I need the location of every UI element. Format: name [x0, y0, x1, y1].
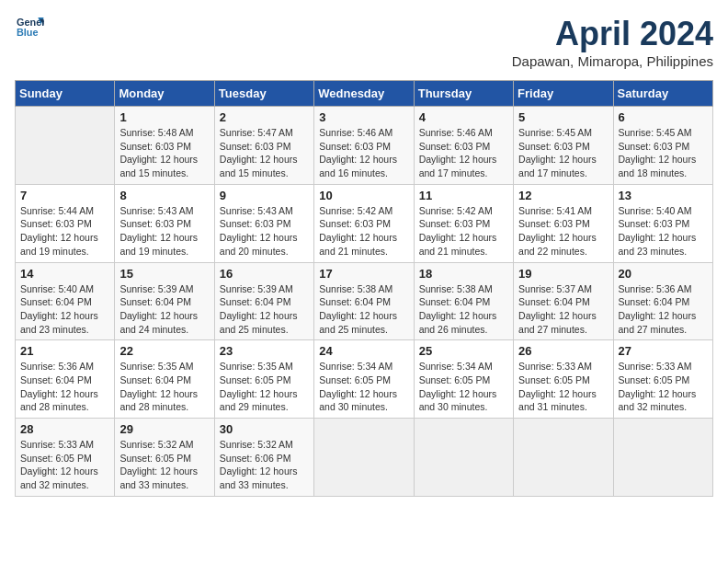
- day-info: Sunrise: 5:47 AM Sunset: 6:03 PM Dayligh…: [220, 126, 309, 180]
- day-info: Sunrise: 5:41 AM Sunset: 6:03 PM Dayligh…: [518, 204, 608, 259]
- day-number: 17: [319, 267, 408, 281]
- day-number: 24: [319, 344, 408, 358]
- day-number: 20: [619, 267, 708, 281]
- day-number: 3: [319, 110, 408, 124]
- svg-text:Blue: Blue: [17, 27, 39, 38]
- calendar-cell: 23Sunrise: 5:35 AM Sunset: 6:05 PM Dayli…: [214, 340, 313, 419]
- calendar-cell: 5Sunrise: 5:45 AM Sunset: 6:03 PM Daylig…: [514, 107, 613, 185]
- day-info: Sunrise: 5:36 AM Sunset: 6:04 PM Dayligh…: [20, 360, 109, 414]
- day-info: Sunrise: 5:43 AM Sunset: 6:03 PM Dayligh…: [119, 204, 209, 259]
- day-info: Sunrise: 5:45 AM Sunset: 6:03 PM Dayligh…: [518, 126, 608, 180]
- page-header: General Blue April 2024 Dapawan, Mimarop…: [15, 15, 713, 69]
- calendar-cell: 8Sunrise: 5:43 AM Sunset: 6:03 PM Daylig…: [115, 184, 214, 262]
- calendar-header-row: SundayMondayTuesdayWednesdayThursdayFrid…: [16, 81, 713, 107]
- calendar-cell: 24Sunrise: 5:34 AM Sunset: 6:05 PM Dayli…: [314, 340, 414, 419]
- day-info: Sunrise: 5:36 AM Sunset: 6:04 PM Dayligh…: [619, 282, 708, 337]
- day-number: 23: [220, 344, 309, 358]
- calendar-cell: 1Sunrise: 5:48 AM Sunset: 6:03 PM Daylig…: [115, 107, 214, 185]
- calendar-cell: 21Sunrise: 5:36 AM Sunset: 6:04 PM Dayli…: [16, 340, 115, 419]
- calendar-cell: [613, 419, 712, 497]
- calendar-cell: [314, 419, 414, 497]
- day-info: Sunrise: 5:32 AM Sunset: 6:06 PM Dayligh…: [220, 438, 309, 492]
- day-number: 15: [119, 267, 209, 281]
- day-number: 25: [419, 344, 508, 358]
- calendar-cell: 9Sunrise: 5:43 AM Sunset: 6:03 PM Daylig…: [214, 184, 313, 262]
- day-number: 10: [319, 189, 408, 202]
- logo-icon: General Blue: [15, 15, 44, 40]
- day-info: Sunrise: 5:38 AM Sunset: 6:04 PM Dayligh…: [319, 282, 408, 337]
- weekday-header: Thursday: [414, 81, 513, 107]
- calendar-cell: [16, 107, 115, 185]
- calendar-cell: 14Sunrise: 5:40 AM Sunset: 6:04 PM Dayli…: [16, 262, 115, 340]
- day-number: 1: [119, 110, 209, 124]
- day-info: Sunrise: 5:34 AM Sunset: 6:05 PM Dayligh…: [319, 360, 408, 414]
- calendar-cell: 2Sunrise: 5:47 AM Sunset: 6:03 PM Daylig…: [214, 107, 313, 185]
- day-info: Sunrise: 5:46 AM Sunset: 6:03 PM Dayligh…: [319, 126, 408, 180]
- day-number: 13: [619, 189, 708, 202]
- calendar-cell: 20Sunrise: 5:36 AM Sunset: 6:04 PM Dayli…: [613, 262, 712, 340]
- day-number: 4: [419, 110, 508, 124]
- logo: General Blue: [15, 15, 44, 40]
- day-info: Sunrise: 5:45 AM Sunset: 6:03 PM Dayligh…: [619, 126, 708, 180]
- day-info: Sunrise: 5:43 AM Sunset: 6:03 PM Dayligh…: [220, 204, 309, 259]
- day-number: 11: [419, 189, 508, 202]
- weekday-header: Friday: [514, 81, 613, 107]
- day-number: 7: [20, 189, 109, 202]
- weekday-header: Tuesday: [214, 81, 313, 107]
- calendar-cell: 4Sunrise: 5:46 AM Sunset: 6:03 PM Daylig…: [414, 107, 513, 185]
- weekday-header: Wednesday: [314, 81, 414, 107]
- calendar-cell: 17Sunrise: 5:38 AM Sunset: 6:04 PM Dayli…: [314, 262, 414, 340]
- day-info: Sunrise: 5:48 AM Sunset: 6:03 PM Dayligh…: [119, 126, 209, 180]
- calendar-table: SundayMondayTuesdayWednesdayThursdayFrid…: [15, 80, 713, 497]
- day-info: Sunrise: 5:42 AM Sunset: 6:03 PM Dayligh…: [419, 204, 508, 259]
- day-info: Sunrise: 5:32 AM Sunset: 6:05 PM Dayligh…: [119, 438, 209, 492]
- day-info: Sunrise: 5:40 AM Sunset: 6:03 PM Dayligh…: [619, 204, 708, 259]
- day-number: 6: [619, 110, 708, 124]
- day-number: 26: [518, 344, 608, 358]
- day-number: 21: [20, 344, 109, 358]
- day-number: 28: [20, 422, 109, 436]
- day-number: 27: [619, 344, 708, 358]
- day-number: 14: [20, 267, 109, 281]
- calendar-cell: 25Sunrise: 5:34 AM Sunset: 6:05 PM Dayli…: [414, 340, 513, 419]
- calendar-cell: 12Sunrise: 5:41 AM Sunset: 6:03 PM Dayli…: [514, 184, 613, 262]
- calendar-cell: 18Sunrise: 5:38 AM Sunset: 6:04 PM Dayli…: [414, 262, 513, 340]
- calendar-cell: 10Sunrise: 5:42 AM Sunset: 6:03 PM Dayli…: [314, 184, 414, 262]
- calendar-cell: 29Sunrise: 5:32 AM Sunset: 6:05 PM Dayli…: [115, 419, 214, 497]
- day-number: 9: [220, 189, 309, 202]
- calendar-week-row: 14Sunrise: 5:40 AM Sunset: 6:04 PM Dayli…: [16, 262, 713, 340]
- day-number: 5: [518, 110, 608, 124]
- day-number: 22: [119, 344, 209, 358]
- calendar-cell: 19Sunrise: 5:37 AM Sunset: 6:04 PM Dayli…: [514, 262, 613, 340]
- calendar-cell: 28Sunrise: 5:33 AM Sunset: 6:05 PM Dayli…: [16, 419, 115, 497]
- calendar-cell: 11Sunrise: 5:42 AM Sunset: 6:03 PM Dayli…: [414, 184, 513, 262]
- calendar-cell: 7Sunrise: 5:44 AM Sunset: 6:03 PM Daylig…: [16, 184, 115, 262]
- calendar-cell: 6Sunrise: 5:45 AM Sunset: 6:03 PM Daylig…: [613, 107, 712, 185]
- day-info: Sunrise: 5:33 AM Sunset: 6:05 PM Dayligh…: [518, 360, 608, 414]
- day-number: 8: [119, 189, 209, 202]
- calendar-cell: 27Sunrise: 5:33 AM Sunset: 6:05 PM Dayli…: [613, 340, 712, 419]
- calendar-week-row: 28Sunrise: 5:33 AM Sunset: 6:05 PM Dayli…: [16, 419, 713, 497]
- calendar-week-row: 21Sunrise: 5:36 AM Sunset: 6:04 PM Dayli…: [16, 340, 713, 419]
- day-number: 12: [518, 189, 608, 202]
- calendar-cell: [514, 419, 613, 497]
- month-title: April 2024: [512, 15, 713, 53]
- weekday-header: Saturday: [613, 81, 712, 107]
- day-number: 19: [518, 267, 608, 281]
- day-info: Sunrise: 5:34 AM Sunset: 6:05 PM Dayligh…: [419, 360, 508, 414]
- day-info: Sunrise: 5:39 AM Sunset: 6:04 PM Dayligh…: [220, 282, 309, 337]
- calendar-week-row: 7Sunrise: 5:44 AM Sunset: 6:03 PM Daylig…: [16, 184, 713, 262]
- calendar-cell: 3Sunrise: 5:46 AM Sunset: 6:03 PM Daylig…: [314, 107, 414, 185]
- calendar-week-row: 1Sunrise: 5:48 AM Sunset: 6:03 PM Daylig…: [16, 107, 713, 185]
- calendar-cell: 22Sunrise: 5:35 AM Sunset: 6:04 PM Dayli…: [115, 340, 214, 419]
- day-number: 18: [419, 267, 508, 281]
- weekday-header: Sunday: [16, 81, 115, 107]
- location: Dapawan, Mimaropa, Philippines: [512, 53, 713, 69]
- day-info: Sunrise: 5:39 AM Sunset: 6:04 PM Dayligh…: [119, 282, 209, 337]
- day-info: Sunrise: 5:35 AM Sunset: 6:05 PM Dayligh…: [220, 360, 309, 414]
- day-number: 29: [119, 422, 209, 436]
- day-number: 30: [220, 422, 309, 436]
- day-number: 16: [220, 267, 309, 281]
- day-info: Sunrise: 5:33 AM Sunset: 6:05 PM Dayligh…: [20, 438, 109, 492]
- day-info: Sunrise: 5:40 AM Sunset: 6:04 PM Dayligh…: [20, 282, 109, 337]
